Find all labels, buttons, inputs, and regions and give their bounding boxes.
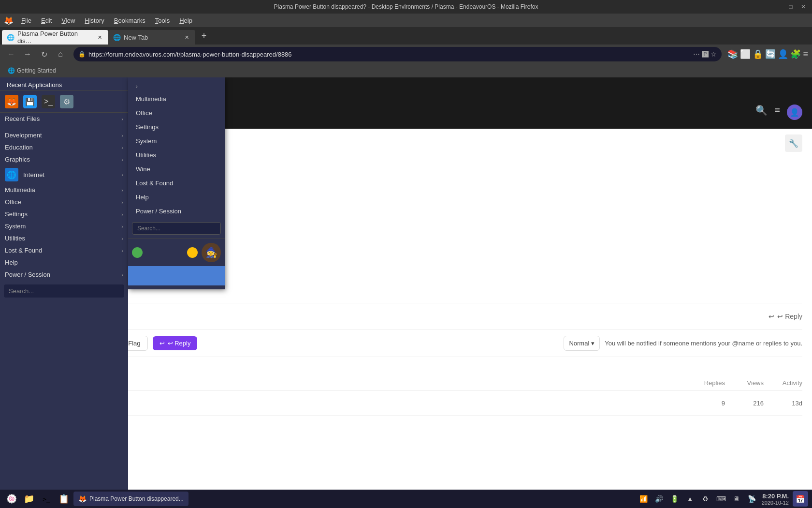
reload-button[interactable]: ↻ bbox=[37, 47, 51, 61]
bookmark-getting-started[interactable]: 🌐 Getting Started bbox=[4, 66, 60, 75]
tab-close-button[interactable]: ✕ bbox=[96, 33, 103, 41]
app-menu-search-input[interactable] bbox=[4, 284, 124, 298]
normal-label: Normal bbox=[569, 340, 589, 347]
bluetooth-icon[interactable]: 📡 bbox=[746, 493, 758, 505]
app-menu-internet[interactable]: 🌐 Internet › bbox=[0, 165, 128, 184]
hamburger-icon[interactable]: ≡ bbox=[774, 105, 780, 120]
app-menu-lost-found[interactable]: Lost & Found › bbox=[0, 244, 128, 256]
back-button[interactable]: ← bbox=[4, 47, 18, 61]
forward-button[interactable]: → bbox=[20, 47, 35, 61]
container-icon[interactable]: 🔒 bbox=[753, 49, 763, 60]
tray-up-arrow[interactable]: ▲ bbox=[684, 493, 696, 505]
library-icon[interactable]: 📚 bbox=[727, 49, 738, 60]
recent-files-label: Recent Files bbox=[5, 115, 116, 122]
app-menu-recent-files[interactable]: Recent Files › bbox=[0, 113, 128, 125]
app-menu-multimedia[interactable]: Multimedia › bbox=[0, 184, 128, 196]
app-menu-utilities[interactable]: Utilities › bbox=[0, 232, 128, 244]
submenu-system[interactable]: System bbox=[128, 134, 225, 148]
taskbar-window-favicon: 🦊 bbox=[78, 495, 87, 503]
submenu-power-session[interactable]: Power / Session bbox=[128, 204, 225, 218]
battery-icon[interactable]: 🔋 bbox=[669, 493, 681, 505]
tab-newtab[interactable]: 🌐 New Tab ✕ bbox=[108, 30, 195, 45]
taskbar-app-menu[interactable]: 🍥 bbox=[4, 491, 19, 507]
menu-edit[interactable]: Edit bbox=[37, 16, 56, 25]
account-icon[interactable]: 👤 bbox=[778, 49, 788, 60]
monitor-icon[interactable]: 🖥 bbox=[731, 493, 742, 505]
minimize-button[interactable]: ─ bbox=[773, 2, 783, 12]
reader-mode-icon[interactable]: ⋯ bbox=[693, 50, 700, 58]
menu-help[interactable]: Help bbox=[175, 16, 196, 25]
home-button[interactable]: ⌂ bbox=[53, 47, 68, 61]
keyboard-icon[interactable]: ⌨ bbox=[715, 493, 727, 505]
app-menu-settings[interactable]: Settings › bbox=[0, 208, 128, 220]
app-menu-system[interactable]: System › bbox=[0, 220, 128, 232]
menu-history[interactable]: History bbox=[81, 16, 108, 25]
notification-dropdown[interactable]: Normal ▾ bbox=[564, 336, 600, 351]
taskbar-clock[interactable]: 8:20 P.M. 2020-10-12 bbox=[762, 493, 789, 506]
app-menu-help[interactable]: Help bbox=[0, 256, 128, 269]
user-avatar-icon[interactable]: 👤 bbox=[787, 105, 802, 120]
recent-app-firefox[interactable]: 🦊 bbox=[5, 95, 18, 108]
taskbar-files[interactable]: 📁 bbox=[21, 491, 37, 507]
recent-app-disk[interactable]: 💾 bbox=[23, 95, 37, 108]
network-icon[interactable]: 📶 bbox=[638, 493, 650, 505]
submenu-search-input[interactable] bbox=[132, 222, 221, 235]
maximize-button[interactable]: □ bbox=[786, 2, 796, 12]
submenu-help[interactable]: Help bbox=[128, 190, 225, 204]
sidebar-icon[interactable]: ⬜ bbox=[740, 49, 751, 60]
admin-wrench-button[interactable]: 🔧 bbox=[785, 134, 802, 152]
submenu-utilities-label: Utilities bbox=[136, 151, 156, 159]
app-menu-graphics-label: Graphics bbox=[5, 156, 116, 163]
search-icon[interactable]: 🔍 bbox=[755, 105, 768, 120]
address-bar-actions: ⋯ 🅿 ☆ bbox=[693, 50, 717, 58]
address-bar[interactable] bbox=[88, 51, 690, 58]
tab-active[interactable]: 🌐 Plasma Power Button dis… ✕ bbox=[2, 30, 108, 45]
recent-app-settings[interactable]: ⚙ bbox=[60, 95, 73, 108]
submenu: › Multimedia Office Settings System Util… bbox=[128, 77, 225, 289]
submenu-green-icon[interactable] bbox=[132, 247, 143, 258]
taskbar-window-firefox[interactable]: 🦊 Plasma Power Button disappeared... bbox=[73, 492, 188, 506]
app-menu-internet-label: Internet bbox=[23, 171, 116, 179]
submenu-office[interactable]: Office bbox=[128, 106, 225, 120]
new-tab-button[interactable]: + bbox=[197, 29, 211, 43]
table-row[interactable]: bout KDE and Akregator ℹ lasma 9 216 13d bbox=[10, 391, 802, 416]
submenu-settings[interactable]: Settings bbox=[128, 120, 225, 134]
app-menu-graphics[interactable]: Graphics › bbox=[0, 153, 128, 165]
recycle-icon[interactable]: ♻ bbox=[700, 493, 711, 505]
close-button[interactable]: ✕ bbox=[798, 2, 808, 12]
submenu-lost-found[interactable]: Lost & Found bbox=[128, 176, 225, 190]
submenu-yellow-icon[interactable] bbox=[187, 247, 198, 258]
replies-col-header: Replies bbox=[686, 379, 725, 387]
recent-app-terminal[interactable]: >_ bbox=[42, 95, 55, 108]
taskbar-tasks[interactable]: 📋 bbox=[56, 491, 72, 507]
submenu-multimedia[interactable]: Multimedia bbox=[128, 92, 225, 106]
menu-tools[interactable]: Tools bbox=[151, 16, 174, 25]
submenu-user-avatar[interactable]: 🧙 bbox=[202, 243, 221, 262]
volume-icon[interactable]: 🔊 bbox=[653, 493, 665, 505]
topic-views: 216 bbox=[725, 400, 764, 407]
sync-icon[interactable]: 🔄 bbox=[765, 49, 776, 60]
submenu-help-label: Help bbox=[136, 194, 149, 201]
taskbar-terminal[interactable]: >_ bbox=[39, 491, 54, 507]
pocket-icon[interactable]: 🅿 bbox=[702, 50, 709, 58]
app-menu-power-session[interactable]: Power / Session › bbox=[0, 269, 128, 281]
tab-newtab-close-button[interactable]: ✕ bbox=[183, 33, 190, 41]
menu-file[interactable]: File bbox=[17, 16, 35, 25]
bookmark-star-icon[interactable]: ☆ bbox=[710, 50, 717, 58]
extensions-icon[interactable]: 🧩 bbox=[790, 49, 801, 60]
app-menu-utilities-label: Utilities bbox=[5, 235, 116, 242]
submenu-back-nav[interactable]: › bbox=[128, 81, 225, 92]
reply-primary-button[interactable]: ↩ ↩ Reply bbox=[153, 336, 198, 350]
app-menu-development[interactable]: Development › bbox=[0, 129, 128, 141]
topic-activity: 13d bbox=[764, 400, 802, 407]
app-menu-education[interactable]: Education › bbox=[0, 141, 128, 153]
menu-view[interactable]: View bbox=[58, 16, 79, 25]
submenu-wine[interactable]: Wine bbox=[128, 162, 225, 176]
inline-reply-button[interactable]: ↩ ↩ Reply bbox=[768, 313, 802, 320]
overflow-menu-icon[interactable]: ≡ bbox=[803, 49, 808, 60]
topics-table-header: ic Replies Views Activity bbox=[10, 379, 802, 391]
menu-bookmarks[interactable]: Bookmarks bbox=[110, 16, 149, 25]
taskbar-calendar-button[interactable]: 📅 bbox=[793, 491, 808, 507]
app-menu-office[interactable]: Office › bbox=[0, 196, 128, 208]
submenu-utilities[interactable]: Utilities bbox=[128, 148, 225, 162]
